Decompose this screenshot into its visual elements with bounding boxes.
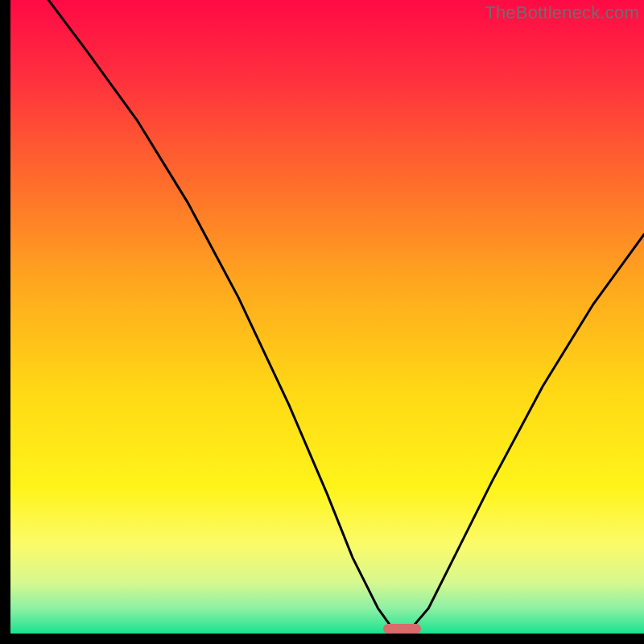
bottleneck-curve xyxy=(10,0,644,634)
watermark-text: TheBottleneck.com xyxy=(485,2,639,23)
chart-plot-area xyxy=(10,0,644,634)
optimal-marker xyxy=(383,624,421,634)
